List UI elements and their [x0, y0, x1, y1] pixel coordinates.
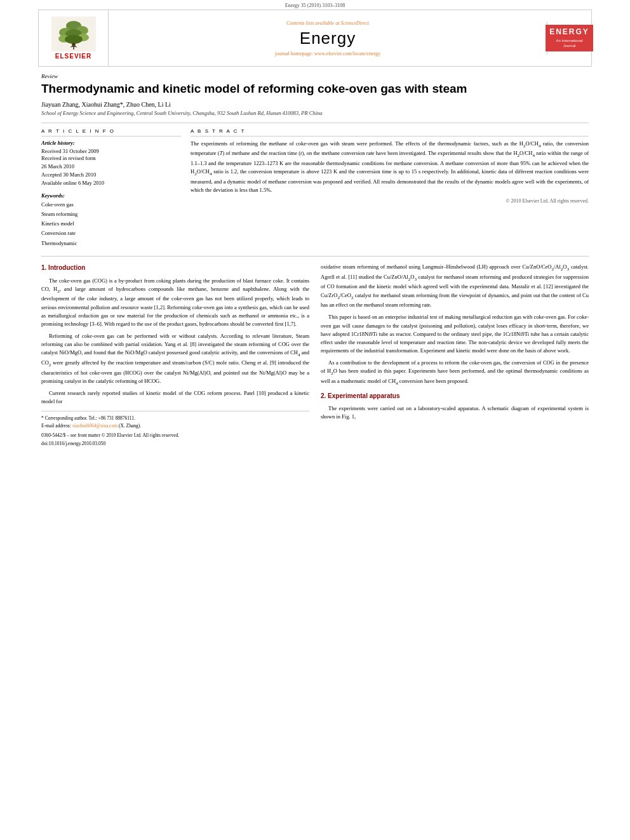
section1-right-para3: As a contribution to the development of …	[321, 359, 589, 387]
doi-line: doi:10.1016/j.energy.2010.03.050	[41, 440, 309, 447]
article-info-col: A R T I C L E I N F O Article history: R…	[41, 128, 181, 248]
section1-para3: Current research rarely reported studies…	[41, 389, 309, 406]
journal-homepage: journal homepage: www.elsevier.com/locat…	[114, 51, 542, 57]
section2-para1: The experiments were carried out on a la…	[321, 404, 589, 421]
revised-date: 26 March 2010	[41, 163, 181, 171]
body-col-left: 1. Introduction The coke-oven gas (COG) …	[41, 263, 309, 447]
abstract-title: A B S T R A C T	[191, 128, 589, 137]
svg-point-9	[72, 43, 75, 46]
footnote-email: E-mail address: xiaohui6064@sina.com (X.…	[41, 422, 309, 429]
journal-title: Energy	[114, 29, 542, 48]
abstract-col: A B S T R A C T The experiments of refor…	[191, 128, 589, 248]
elsevier-tree-icon	[51, 17, 96, 51]
journal-banner: ELSEVIER Contents lists available at Sci…	[38, 10, 592, 67]
copyright-line: © 2010 Elsevier Ltd. All rights reserved…	[191, 198, 589, 204]
journal-right-logo: ENERGY An International Journal	[547, 22, 591, 54]
received-date: Received 31 October 2009	[41, 147, 181, 156]
body-col-right: oxidative steam reforming of methanol us…	[321, 263, 589, 447]
keywords-title: Keywords:	[41, 192, 181, 199]
section1-right-para2: This paper is based on an enterprise ind…	[321, 313, 589, 355]
section2-heading: 2. Experimental apparatus	[321, 391, 589, 401]
keywords-list: Coke-oven gas Steam reforming Kinetics m…	[41, 200, 181, 248]
abstract-text: The experiments of reforming the methane…	[191, 140, 589, 194]
sciencedirect-link: Contents lists available at ScienceDirec…	[114, 20, 542, 26]
journal-ref-text: Energy 35 (2010) 3103–3108	[285, 3, 345, 8]
section1-para2: Reforming of coke-oven gas can be perfor…	[41, 332, 309, 385]
article-meta-row: A R T I C L E I N F O Article history: R…	[41, 123, 589, 248]
journal-ref-bar: Energy 35 (2010) 3103–3108	[0, 0, 630, 10]
article-wrapper: Review Thermodynamic and kinetic model o…	[0, 67, 630, 460]
article-history-title: Article history:	[41, 140, 181, 146]
revised-label: Received in revised form	[41, 155, 181, 163]
section1-right-para1: oxidative steam reforming of methanol us…	[321, 263, 589, 309]
online-date: Available online 6 May 2010	[41, 179, 181, 187]
issn-line: 0360-5442/$ – see front matter © 2010 El…	[41, 432, 309, 439]
article-info-title: A R T I C L E I N F O	[41, 128, 181, 137]
section1-heading: 1. Introduction	[41, 263, 309, 273]
body-columns: 1. Introduction The coke-oven gas (COG) …	[41, 263, 589, 447]
article-affiliation: School of Energy Science and Engineering…	[41, 110, 589, 116]
article-title: Thermodynamic and kinetic model of refor…	[41, 81, 589, 97]
svg-point-8	[65, 35, 83, 44]
article-authors: Jiayuan Zhang, Xiaohui Zhang*, Zhuo Chen…	[41, 101, 589, 108]
accepted-date: Accepted 30 March 2010	[41, 171, 181, 179]
footnote-area: * Corresponding author. Tel.: +86 731 88…	[41, 411, 309, 447]
energy-box: ENERGY An International Journal	[546, 25, 593, 51]
elsevier-label-text: ELSEVIER	[55, 53, 91, 60]
elsevier-logo: ELSEVIER	[39, 10, 109, 66]
article-section-label: Review	[41, 73, 589, 79]
section-divider	[41, 256, 589, 257]
footnote-corresponding: * Corresponding author. Tel.: +86 731 88…	[41, 415, 309, 422]
journal-center: Contents lists available at ScienceDirec…	[109, 15, 547, 62]
section1-para1: The coke-oven gas (COG) is a by-product …	[41, 277, 309, 329]
